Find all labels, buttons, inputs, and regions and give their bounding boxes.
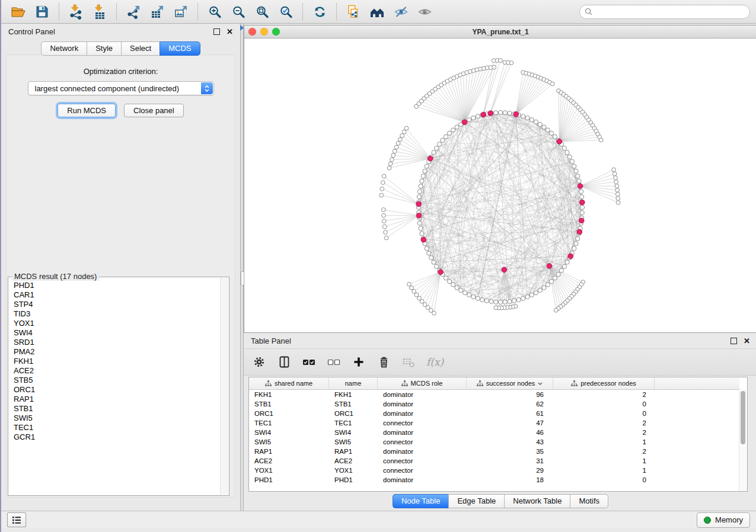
network-node[interactable] <box>616 201 620 205</box>
network-node[interactable] <box>494 300 498 304</box>
float-table-panel-icon[interactable] <box>731 338 737 344</box>
network-node[interactable] <box>451 128 455 132</box>
mcds-result-item[interactable]: STB1 <box>9 404 221 414</box>
window-zoom-icon[interactable] <box>272 28 280 36</box>
mcds-hub-node[interactable] <box>580 200 585 205</box>
network-node[interactable] <box>463 291 467 295</box>
mcds-hub-node[interactable] <box>557 139 562 145</box>
refresh-button[interactable] <box>308 2 331 21</box>
network-node[interactable] <box>425 164 429 168</box>
tab-network[interactable]: Network <box>41 41 87 56</box>
zoom-out-button[interactable] <box>227 2 250 21</box>
float-panel-icon[interactable] <box>213 28 220 35</box>
network-graph[interactable] <box>244 39 756 333</box>
mcds-result-item[interactable]: STB5 <box>9 376 221 385</box>
column-header-predecessor-nodes[interactable]: predecessor nodes <box>553 377 655 389</box>
network-node[interactable] <box>579 190 583 194</box>
column-header-successor-nodes[interactable]: successor nodes <box>467 377 553 389</box>
mcds-hub-node[interactable] <box>428 156 433 161</box>
network-node[interactable] <box>391 153 395 158</box>
network-node[interactable] <box>538 122 542 126</box>
network-node[interactable] <box>427 251 431 255</box>
mcds-result-item[interactable]: STP4 <box>9 300 221 309</box>
network-node[interactable] <box>455 286 459 290</box>
network-node[interactable] <box>576 236 580 241</box>
close-table-panel-icon[interactable]: ✕ <box>744 337 750 345</box>
network-node[interactable] <box>616 197 620 201</box>
network-node[interactable] <box>546 128 550 132</box>
network-node[interactable] <box>417 221 422 225</box>
mcds-hub-node[interactable] <box>579 218 584 223</box>
network-node[interactable] <box>429 256 433 260</box>
zoom-in-button[interactable] <box>203 2 226 21</box>
mcds-hub-node[interactable] <box>421 237 426 242</box>
network-node[interactable] <box>615 188 620 193</box>
tab-select[interactable]: Select <box>121 41 160 56</box>
show-all-button[interactable] <box>413 2 436 21</box>
column-header-shared-name[interactable]: shared name <box>249 377 329 389</box>
tab-style[interactable]: Style <box>87 41 121 56</box>
network-node[interactable] <box>521 296 525 300</box>
window-minimize-icon[interactable] <box>260 28 268 36</box>
mcds-hub-node[interactable] <box>438 270 444 275</box>
network-node[interactable] <box>404 126 409 130</box>
network-node[interactable] <box>414 293 419 297</box>
network-node[interactable] <box>447 131 451 135</box>
tab-node-table[interactable]: Node Table <box>393 494 449 508</box>
network-node[interactable] <box>394 145 398 149</box>
table-row[interactable]: TEC1TEC1connector472 <box>249 418 739 428</box>
network-node[interactable] <box>423 169 427 173</box>
network-node[interactable] <box>459 288 463 292</box>
mcds-result-item[interactable]: PHD1 <box>9 281 221 290</box>
network-node[interactable] <box>574 169 578 173</box>
network-node[interactable] <box>384 236 388 240</box>
network-node[interactable] <box>447 280 451 284</box>
network-node[interactable] <box>471 116 476 120</box>
network-node[interactable] <box>509 61 513 65</box>
network-node[interactable] <box>615 193 620 197</box>
network-node[interactable] <box>542 125 546 129</box>
table-scrollbar-thumb[interactable] <box>741 391 745 444</box>
network-node[interactable] <box>503 300 507 304</box>
table-row[interactable]: PHD1PHD1dominator180 <box>249 475 739 485</box>
network-node[interactable] <box>467 293 471 297</box>
mcds-hub-node[interactable] <box>481 112 486 117</box>
network-node[interactable] <box>425 246 429 251</box>
network-node[interactable] <box>489 299 493 303</box>
tab-edge-table[interactable]: Edge Table <box>448 494 504 508</box>
mcds-hub-node[interactable] <box>488 111 493 116</box>
mcds-hub-node[interactable] <box>568 254 573 259</box>
network-node[interactable] <box>455 125 459 129</box>
network-node[interactable] <box>599 138 603 142</box>
add-row-button[interactable] <box>352 355 366 369</box>
network-node[interactable] <box>577 179 581 183</box>
table-row[interactable]: FKH1FKH1dominator962 <box>249 390 739 399</box>
network-node[interactable] <box>393 149 397 153</box>
network-node[interactable] <box>476 296 480 300</box>
mcds-hub-node[interactable] <box>416 201 422 207</box>
mcds-result-item[interactable]: TID3 <box>9 309 221 319</box>
network-node[interactable] <box>538 288 542 292</box>
network-node[interactable] <box>570 159 574 164</box>
run-mcds-button[interactable]: Run MCDS <box>58 104 116 117</box>
save-session-button[interactable] <box>31 2 53 21</box>
close-panel-button[interactable]: Close panel <box>124 104 184 117</box>
network-node[interactable] <box>417 296 422 300</box>
network-node[interactable] <box>516 297 521 302</box>
show-column-button[interactable] <box>277 355 291 369</box>
network-node[interactable] <box>484 299 489 303</box>
table-row[interactable]: SWI4SWI4dominator462 <box>249 428 739 437</box>
network-node[interactable] <box>554 308 558 312</box>
network-node[interactable] <box>565 260 569 264</box>
network-node[interactable] <box>402 130 406 134</box>
zoom-selected-button[interactable] <box>275 2 297 21</box>
network-node[interactable] <box>499 59 503 63</box>
zoom-fit-button[interactable] <box>251 2 273 21</box>
network-node[interactable] <box>387 166 391 170</box>
table-row[interactable]: ORC1ORC1dominator610 <box>249 409 739 418</box>
mcds-result-item[interactable]: TEC1 <box>9 423 221 432</box>
export-image-button[interactable] <box>170 2 192 21</box>
table-row[interactable]: STB1STB1dominator620 <box>249 399 739 409</box>
mcds-result-item[interactable]: GCR1 <box>9 432 221 442</box>
network-node[interactable] <box>542 286 546 290</box>
